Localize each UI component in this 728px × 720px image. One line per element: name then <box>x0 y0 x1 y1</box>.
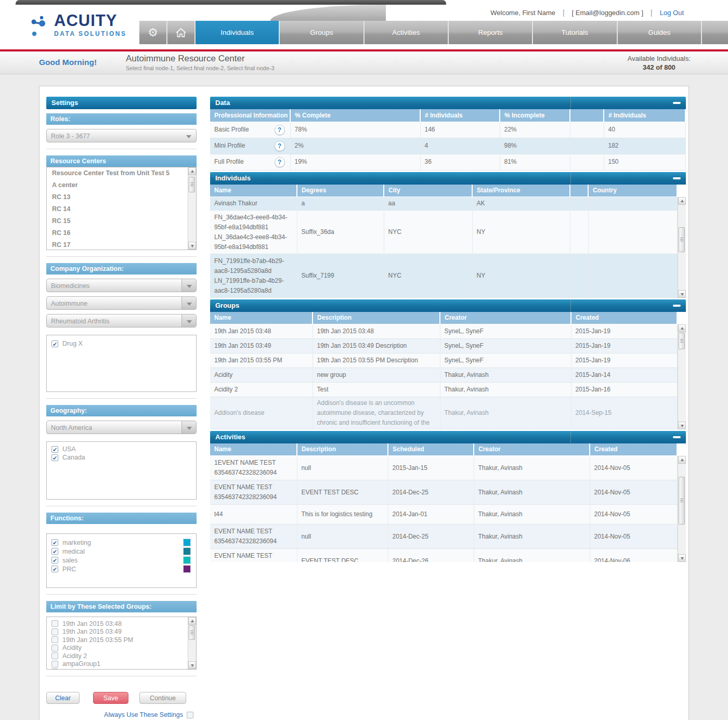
checkbox-list-item[interactable]: ✔USA <box>47 445 196 453</box>
list-item[interactable]: Resource Center Test from Unit Test 5 <box>47 167 196 179</box>
home-tab[interactable] <box>166 21 194 44</box>
checkbox-list-item[interactable]: ampaGroup1 <box>47 660 196 669</box>
table-row[interactable]: EVENT NAME TEST 635463742328236094EVENT … <box>210 480 677 505</box>
checkbox[interactable]: ✔ <box>51 454 58 461</box>
geography-dropdown[interactable]: North America <box>46 421 197 434</box>
collapse-button[interactable] <box>673 305 681 307</box>
checkbox-list-item[interactable]: 19th Jan 2015 03:49 <box>47 628 196 636</box>
checkbox[interactable] <box>51 620 58 627</box>
clear-button[interactable]: Clear <box>46 692 80 704</box>
list-item[interactable]: RC 17 <box>47 239 196 250</box>
list-item[interactable]: RC 16 <box>47 227 196 239</box>
table-row[interactable]: ?Basic Profile78%14622%40 <box>210 122 685 138</box>
roles-dropdown[interactable]: Role 3 - 3677 <box>46 129 197 142</box>
table-row[interactable]: Avinash ThakuraaaAK <box>210 197 677 211</box>
help-icon[interactable]: ? <box>275 157 285 167</box>
checkbox-list-item[interactable]: ✔Canada <box>47 453 196 462</box>
checkbox[interactable] <box>51 629 58 635</box>
table-row[interactable]: EVENT NAME TEST 635463742328236094EVENT … <box>210 549 677 562</box>
checkbox-list-item[interactable]: 19th Jan 2015 03:48 <box>47 620 196 628</box>
checkbox-list-item[interactable]: ✔sales <box>47 556 196 565</box>
scroll-down-button[interactable] <box>188 242 196 250</box>
brand-logo[interactable]: ACUITY DATA SOLUTIONS <box>30 12 126 38</box>
checkbox[interactable]: ✔ <box>51 539 58 546</box>
table-row[interactable]: 1EVENT NAME TEST 635463742328236094null2… <box>210 456 677 480</box>
company-dropdown-indication[interactable]: Rheumatoid Arthritis <box>46 314 197 328</box>
table-row[interactable]: t44This is for logistics testing2014-Jan… <box>210 505 677 525</box>
continue-button[interactable]: Continue <box>139 692 186 704</box>
checkbox-list-item[interactable]: ✔medical <box>47 547 196 556</box>
scroll-up-button[interactable] <box>678 456 686 464</box>
checkbox[interactable] <box>51 669 58 670</box>
save-button[interactable]: Save <box>93 692 128 704</box>
table-row[interactable]: 19th Jan 2015 03:55 PM19th Jan 2015 03:5… <box>210 354 677 368</box>
checkbox[interactable] <box>51 645 58 651</box>
scrollbar[interactable] <box>188 617 196 669</box>
collapse-button[interactable] <box>673 102 681 104</box>
checkbox[interactable]: ✔ <box>51 566 58 572</box>
checkbox[interactable]: ✔ <box>51 341 58 347</box>
scroll-up-button[interactable] <box>678 197 686 205</box>
scrollbar[interactable] <box>188 167 196 250</box>
nav-tab-activities[interactable]: Activities <box>363 21 448 44</box>
scroll-thumb[interactable] <box>189 177 195 192</box>
list-item[interactable]: RC 15 <box>47 215 196 227</box>
scroll-up-button[interactable] <box>188 167 196 175</box>
checkbox-list-item[interactable]: ✔PRC <box>47 565 196 573</box>
nav-tab-groups[interactable]: Groups <box>279 21 363 44</box>
scroll-down-button[interactable] <box>678 554 686 562</box>
logout-link[interactable]: Log Out <box>660 9 684 17</box>
nav-tab-guides[interactable]: Guides <box>617 21 701 44</box>
list-item[interactable]: RC 14 <box>47 203 196 215</box>
table-row[interactable]: 19th Jan 2015 03:4919th Jan 2015 03:49 D… <box>210 339 677 354</box>
always-use-settings-checkbox[interactable] <box>187 712 193 718</box>
table-row[interactable]: Aciditynew groupThakur, Avinash2015-Jan-… <box>210 368 677 383</box>
table-cell: ?Mini Profile <box>210 138 290 154</box>
table-row[interactable]: EVENT NAME TEST 635463742328236094null20… <box>210 525 677 549</box>
checkbox[interactable]: ✔ <box>51 548 58 555</box>
list-item[interactable]: A center <box>47 179 196 191</box>
scroll-thumb[interactable] <box>679 333 685 349</box>
checkbox[interactable] <box>51 636 58 643</box>
scroll-down-button[interactable] <box>678 290 686 298</box>
collapse-button[interactable] <box>673 436 681 438</box>
nav-tab-reports[interactable]: Reports <box>448 21 532 44</box>
checkbox-list-item[interactable]: ✔Drug X <box>47 339 196 348</box>
checkbox[interactable]: ✔ <box>51 557 58 564</box>
table-row[interactable]: ?Full Profile19%3681%150 <box>210 154 685 170</box>
company-dropdown-division[interactable]: Biomedicines <box>46 279 197 292</box>
scroll-up-button[interactable] <box>188 617 196 625</box>
company-dropdown-area[interactable]: Autoimmune <box>46 296 197 310</box>
checkbox[interactable] <box>51 652 58 659</box>
collapse-button[interactable] <box>673 177 681 179</box>
checkbox[interactable]: ✔ <box>51 446 58 453</box>
scroll-down-button[interactable] <box>188 661 196 669</box>
checkbox-list-item[interactable]: Acidity 2 <box>47 652 196 660</box>
scrollbar[interactable] <box>678 324 686 429</box>
nav-tab-individuals[interactable]: Individuals <box>194 21 279 44</box>
table-row[interactable]: Addison's diseaseAddison's disease is an… <box>210 397 677 429</box>
scroll-down-button[interactable] <box>678 422 686 429</box>
scrollbar[interactable] <box>678 456 686 562</box>
scroll-thumb[interactable] <box>679 477 685 525</box>
list-item[interactable]: RC 13 <box>47 191 196 203</box>
scroll-thumb[interactable] <box>679 227 685 252</box>
table-row[interactable]: ?Mini Profile2%498%182 <box>210 138 685 154</box>
activities-table: NameDescriptionScheduledCreatorCreated1E… <box>210 443 686 562</box>
checkbox[interactable] <box>51 661 58 667</box>
checkbox-list-item[interactable]: ✔marketing <box>47 538 196 547</box>
nav-tab-tutorials[interactable]: Tutorials <box>532 21 616 44</box>
table-row[interactable]: Acidity 2TestThakur, Avinash2015-Jan-16 <box>210 383 677 397</box>
scroll-up-button[interactable] <box>678 324 686 332</box>
checkbox-list-item[interactable]: 19th Jan 2015 03:55 PM <box>47 636 196 644</box>
help-icon[interactable]: ? <box>275 125 285 135</box>
checkbox-list-item[interactable]: Acidity <box>47 644 196 652</box>
table-row[interactable]: FN_71991ffe-b7ab-4b29-aac8-1295a5280a8d … <box>210 254 677 298</box>
help-icon[interactable]: ? <box>275 141 285 151</box>
checkbox-list-item[interactable]: Cancer <box>47 668 196 670</box>
scroll-thumb[interactable] <box>189 625 195 640</box>
table-row[interactable]: FN_36dae4c3-eee8-4b34-95bf-e8a194dbf881 … <box>210 211 677 254</box>
scrollbar[interactable] <box>678 197 686 298</box>
table-row[interactable]: 19th Jan 2015 03:4819th Jan 2015 03:48Sy… <box>210 324 677 339</box>
settings-gear-tab[interactable]: ⚙ <box>139 21 166 44</box>
